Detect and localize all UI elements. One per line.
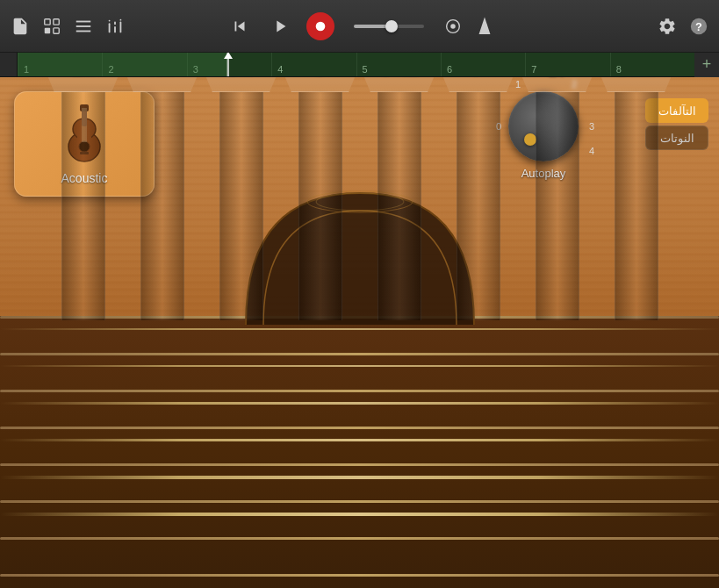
fret-line-5 xyxy=(0,500,719,503)
chord-button-g-label[interactable]: G xyxy=(283,77,358,92)
playhead xyxy=(227,53,229,76)
track-region xyxy=(18,53,227,76)
svg-rect-6 xyxy=(76,30,91,32)
chord-button-g[interactable]: G xyxy=(283,77,358,320)
chord-button-am-label[interactable]: Am xyxy=(125,77,200,92)
volume-control[interactable] xyxy=(354,25,424,28)
toolbar-center xyxy=(226,12,494,40)
string-line-5 xyxy=(0,476,719,479)
timeline-num-7: 7 xyxy=(525,53,609,76)
chord-button-bb-label[interactable]: B♭ xyxy=(520,77,595,92)
playhead-marker xyxy=(224,53,233,59)
chord-button-bdim-label[interactable]: Bdim xyxy=(599,77,674,92)
chord-neck-cm7e xyxy=(377,92,421,320)
chords-row: Em Am Dm G CM7/E F B♭ Bdim xyxy=(0,77,719,320)
record-button[interactable] xyxy=(306,12,334,40)
toolbar: ? xyxy=(0,0,719,53)
chord-neck-bdim xyxy=(615,92,658,320)
fretboard xyxy=(0,316,719,588)
new-document-icon[interactable] xyxy=(11,17,30,36)
chord-button-bdim[interactable]: Bdim xyxy=(599,77,674,320)
svg-rect-0 xyxy=(45,18,50,24)
string-line-2 xyxy=(0,365,719,367)
svg-point-15 xyxy=(450,24,456,29)
timeline-num-8: 8 xyxy=(610,53,694,76)
svg-rect-5 xyxy=(76,25,91,27)
volume-icon xyxy=(443,17,463,36)
svg-rect-4 xyxy=(76,20,91,22)
chord-button-cm7e-label[interactable]: CM7/E xyxy=(362,77,437,92)
timeline-num-5: 5 xyxy=(356,53,441,76)
svg-rect-9 xyxy=(114,26,116,32)
svg-rect-3 xyxy=(54,27,59,32)
timeline-track[interactable]: 1 2 3 4 5 6 7 8 xyxy=(18,53,694,76)
timeline-left-pad xyxy=(0,53,18,76)
metronome-icon[interactable] xyxy=(475,17,494,36)
chord-neck-g xyxy=(298,92,342,320)
svg-text:?: ? xyxy=(695,19,702,32)
timeline-num-6: 6 xyxy=(441,53,525,76)
settings-icon[interactable] xyxy=(658,17,677,36)
svg-rect-2 xyxy=(45,27,50,32)
string-line-4 xyxy=(0,439,719,441)
eq-icon[interactable] xyxy=(105,17,125,36)
chord-button-f-label[interactable]: F xyxy=(441,77,516,92)
fret-line-7 xyxy=(0,574,719,577)
chord-neck-dm xyxy=(219,92,263,320)
chord-button-am[interactable]: Am xyxy=(125,77,200,320)
svg-rect-10 xyxy=(114,21,116,25)
toolbar-right: ? xyxy=(658,17,708,36)
chord-button-dm[interactable]: Dm xyxy=(204,77,279,320)
string-line-3 xyxy=(0,402,719,405)
chord-button-bb[interactable]: B♭ xyxy=(520,77,595,320)
question-icon[interactable]: ? xyxy=(689,17,708,36)
string-line-1 xyxy=(0,328,719,330)
tracks-icon[interactable] xyxy=(74,17,93,36)
main-guitar-area: Acoustic 0 1 2 3 4 Autoplay التآلفات xyxy=(0,77,719,588)
chord-button-dm-label[interactable]: Dm xyxy=(204,77,279,92)
svg-point-13 xyxy=(315,21,325,31)
chord-neck-am xyxy=(140,92,184,320)
string-line-6 xyxy=(0,513,719,516)
svg-rect-12 xyxy=(120,18,122,20)
timeline: 1 2 3 4 5 6 7 8 + xyxy=(0,53,719,77)
timeline-add-button[interactable]: + xyxy=(694,53,719,77)
fret-line-4 xyxy=(0,463,719,466)
timeline-num-4: 4 xyxy=(271,53,356,76)
toolbar-left xyxy=(11,17,125,36)
fret-line-6 xyxy=(0,537,719,540)
svg-rect-7 xyxy=(109,23,111,32)
svg-rect-1 xyxy=(54,18,59,24)
chord-neck-f xyxy=(457,92,500,320)
chord-neck-em xyxy=(61,92,105,320)
rewind-button[interactable] xyxy=(226,12,254,40)
play-button[interactable] xyxy=(266,12,294,40)
fret-line-2 xyxy=(0,390,719,392)
chord-neck-bb xyxy=(536,92,579,320)
fret-line-1 xyxy=(0,353,719,355)
loop-icon[interactable] xyxy=(42,17,61,36)
svg-rect-11 xyxy=(120,21,122,32)
chord-button-f[interactable]: F xyxy=(441,77,516,320)
svg-rect-8 xyxy=(109,19,111,21)
chord-button-em[interactable]: Em xyxy=(46,77,121,320)
chord-button-cm7e[interactable]: CM7/E xyxy=(362,77,437,320)
fret-line-3 xyxy=(0,427,719,429)
chord-button-em-label[interactable]: Em xyxy=(46,77,121,92)
